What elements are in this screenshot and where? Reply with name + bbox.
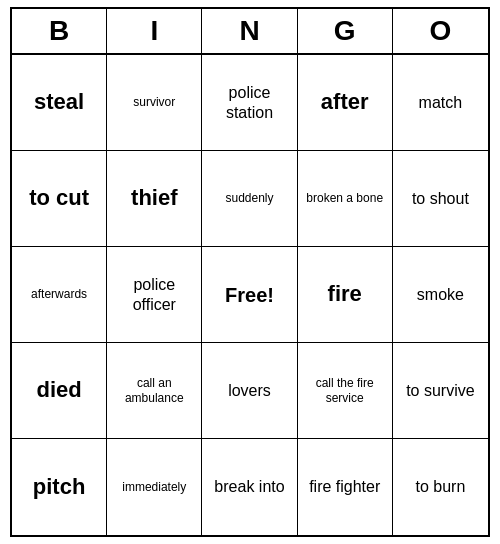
bingo-cell-3[interactable]: after	[298, 55, 393, 151]
header-letter: I	[107, 9, 202, 53]
bingo-cell-5[interactable]: to cut	[12, 151, 107, 247]
bingo-cell-18[interactable]: call the fire service	[298, 343, 393, 439]
bingo-grid: stealsurvivorpolice stationaftermatchto …	[12, 55, 488, 535]
bingo-cell-16[interactable]: call an ambulance	[107, 343, 202, 439]
bingo-cell-24[interactable]: to burn	[393, 439, 488, 535]
bingo-cell-23[interactable]: fire fighter	[298, 439, 393, 535]
bingo-cell-10[interactable]: afterwards	[12, 247, 107, 343]
bingo-cell-20[interactable]: pitch	[12, 439, 107, 535]
bingo-cell-15[interactable]: died	[12, 343, 107, 439]
bingo-cell-19[interactable]: to survive	[393, 343, 488, 439]
bingo-cell-4[interactable]: match	[393, 55, 488, 151]
bingo-cell-1[interactable]: survivor	[107, 55, 202, 151]
bingo-cell-7[interactable]: suddenly	[202, 151, 297, 247]
bingo-cell-17[interactable]: lovers	[202, 343, 297, 439]
header-letter: N	[202, 9, 297, 53]
bingo-header: BINGO	[12, 9, 488, 55]
bingo-cell-8[interactable]: broken a bone	[298, 151, 393, 247]
header-letter: B	[12, 9, 107, 53]
bingo-cell-13[interactable]: fire	[298, 247, 393, 343]
bingo-cell-2[interactable]: police station	[202, 55, 297, 151]
bingo-cell-22[interactable]: break into	[202, 439, 297, 535]
bingo-card: BINGO stealsurvivorpolice stationafterma…	[10, 7, 490, 537]
header-letter: G	[298, 9, 393, 53]
bingo-cell-11[interactable]: police officer	[107, 247, 202, 343]
header-letter: O	[393, 9, 488, 53]
bingo-cell-12[interactable]: Free!	[202, 247, 297, 343]
bingo-cell-14[interactable]: smoke	[393, 247, 488, 343]
bingo-cell-9[interactable]: to shout	[393, 151, 488, 247]
bingo-cell-21[interactable]: immediately	[107, 439, 202, 535]
bingo-cell-6[interactable]: thief	[107, 151, 202, 247]
bingo-cell-0[interactable]: steal	[12, 55, 107, 151]
